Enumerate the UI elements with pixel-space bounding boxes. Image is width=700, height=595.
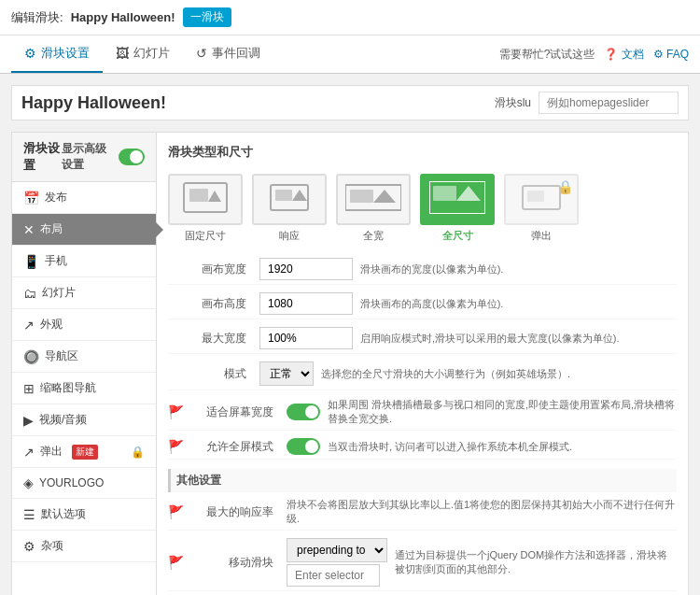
advanced-label: 显示高级设置 [62,141,114,173]
tab-slides[interactable]: 🖼 幻灯片 [103,35,183,73]
fit-screen-toggle[interactable] [287,404,320,420]
svg-marker-11 [456,186,481,201]
sidebar-item-misc-label: 杂项 [41,538,63,554]
fit-screen-flag: 🚩 [168,404,184,419]
sidebar-item-navigation-label: 导航区 [45,348,78,364]
sidebar-item-layout-label: 布局 [40,221,63,237]
svg-rect-10 [433,186,456,201]
sidebar-item-yourlogo[interactable]: ◈ YOURLOGO [12,468,156,499]
mode-label: 模式 [168,366,252,382]
nav-tabs: ⚙ 滑块设置 🖼 幻灯片 ↺ 事件回调 需要帮忙?试试这些 ❓ 文档 ⚙ FAQ [0,35,700,74]
popup-type-lock-icon: 🔒 [557,179,573,194]
layout-icon: ✕ [23,222,35,237]
fit-screen-desc: 如果周围 滑块槽插槽最多与视口相同的宽度,即使主题使用置紧布局,滑块槽将替换全宽… [328,398,677,426]
move-inputs: prepending to [287,538,387,587]
fullsize-thumb-icon [429,181,485,219]
sidebar-item-layout[interactable]: ✕ 布局 [12,214,156,246]
type-fixed-thumb[interactable] [168,174,243,225]
sidebar-item-popup[interactable]: ↗ 弹出 新建 🔒 [12,436,156,468]
thumbs-icon: ⊞ [23,381,35,396]
top-bar-title: 编辑滑块: [11,9,63,26]
sidebar-item-appearance[interactable]: ↗ 外观 [12,309,156,341]
max-ratio-desc: 滑块不会将图层放大到其纵比率以上.值1将使您的图层保持其初始大小而不进行任何升级… [287,498,677,526]
move-label: 移动滑块 [195,555,279,571]
sidebar-item-popup-label: 弹出 [40,444,63,460]
yourlogo-icon: ◈ [23,475,34,490]
sidebar-item-publish[interactable]: 📅 发布 [12,182,156,214]
fullwidth-thumb-icon [345,181,401,219]
canvas-width-label: 画布宽度 [168,262,252,277]
slides-icon: 🖼 [116,46,129,61]
content-area: 滑块slu 滑块设置 显示高级设置 📅 发布 ✕ 布局 📱 [0,74,700,595]
new-badge: 新建 [72,445,98,460]
move-selector-input[interactable] [287,564,380,587]
mode-select[interactable]: 正常 [259,361,314,386]
type-popup[interactable]: 🔒 弹出 [504,174,579,243]
type-popup-thumb[interactable]: 🔒 [504,174,579,225]
max-width-desc: 启用响应模式时,滑块可以采用的最大宽度(以像素为单位). [360,332,677,346]
docs-link[interactable]: ❓ 文档 [604,47,643,63]
top-bar: 编辑滑块: Happy Halloween! 一滑块 [0,0,700,35]
sidebar-item-video[interactable]: ▶ 视频/音频 [12,404,156,436]
svg-rect-13 [527,191,544,202]
fit-screen-label: 适合屏幕宽度 [195,404,279,420]
mode-desc: 选择您的全尺寸滑块的大小调整行为（例如英雄场景）. [321,367,677,381]
sidebar-header: 滑块设置 显示高级设置 [12,133,156,182]
type-responsive[interactable]: 响应 [252,174,327,243]
move-flag: 🚩 [168,555,184,570]
type-responsive-thumb[interactable] [252,174,327,225]
canvas-height-label: 画布高度 [168,296,252,312]
tab-slider-settings[interactable]: ⚙ 滑块设置 [11,35,103,73]
canvas-width-row: 画布宽度 滑块画布的宽度(以像素为单位). [168,258,677,285]
title-row: 滑块slu [11,85,689,120]
sidebar-item-defaults[interactable]: ☰ 默认选项 [12,499,156,531]
tab-events[interactable]: ↺ 事件回调 [183,35,273,73]
popup-lock-icon: 🔒 [131,446,145,459]
type-fullsize[interactable]: 全尺寸 [420,174,495,243]
settings-table: 画布宽度 滑块画布的宽度(以像素为单位). 画布高度 滑块画布的高度(以像素为单… [168,258,677,595]
advanced-toggle-switch[interactable] [119,149,145,165]
sidebar-item-navigation[interactable]: 🔘 导航区 [12,341,156,373]
move-slider-row: 🚩 移动滑块 prepending to 通过为目标提供一个jQuery DOM… [168,538,677,591]
advanced-toggle[interactable]: 显示高级设置 [62,141,145,173]
fullscreen-toggle[interactable] [287,438,320,455]
canvas-height-desc: 滑块画布的高度(以像素为单位). [360,297,677,311]
appearance-icon: ↗ [23,318,35,333]
canvas-height-row: 画布高度 滑块画布的高度(以像素为单位). [168,292,677,319]
misc-icon: ⚙ [23,539,35,554]
type-fullsize-thumb[interactable] [420,174,495,225]
sidebar-item-thumbs[interactable]: ⊞ 缩略图导航 [12,373,156,404]
main-layout: 滑块设置 显示高级设置 📅 发布 ✕ 布局 📱 手机 🗂 幻灯片 [11,132,689,595]
type-fullwidth-thumb[interactable] [336,174,411,225]
svg-marker-8 [373,190,396,203]
navigation-icon: 🔘 [23,349,39,364]
video-icon: ▶ [23,413,34,428]
slider-title-input[interactable] [21,93,487,113]
canvas-height-input[interactable] [259,292,353,315]
slug-input[interactable] [539,92,679,114]
type-fullwidth[interactable]: 全宽 [336,174,411,243]
other-settings-title: 其他设置 [168,469,677,492]
svg-marker-2 [208,191,221,202]
sidebar: 滑块设置 显示高级设置 📅 发布 ✕ 布局 📱 手机 🗂 幻灯片 [12,133,157,595]
mobile-icon: 📱 [23,254,39,269]
faq-link[interactable]: ⚙ FAQ [653,48,689,61]
type-responsive-label: 响应 [279,229,300,243]
tab-slides-label: 幻灯片 [133,45,170,62]
move-select[interactable]: prepending to [287,538,387,562]
sidebar-item-yourlogo-label: YOURLOGO [39,476,104,489]
sidebar-item-slides-menu[interactable]: 🗂 幻灯片 [12,277,156,309]
main-content: 滑块类型和尺寸 固定尺寸 [157,133,688,595]
type-fixed-label: 固定尺寸 [185,229,226,243]
canvas-width-input[interactable] [259,258,353,280]
nav-right: 需要帮忙?试试这些 ❓ 文档 ⚙ FAQ [499,47,689,63]
events-icon: ↺ [196,46,207,61]
type-fixed[interactable]: 固定尺寸 [168,174,243,243]
sidebar-item-misc[interactable]: ⚙ 杂项 [12,531,156,562]
max-width-input[interactable] [259,327,353,349]
type-fullsize-label: 全尺寸 [442,229,473,243]
max-width-label: 最大宽度 [168,331,252,347]
slider-badge[interactable]: 一滑块 [183,7,231,27]
sidebar-item-mobile[interactable]: 📱 手机 [12,246,156,277]
responsive-thumb-icon [266,181,313,219]
